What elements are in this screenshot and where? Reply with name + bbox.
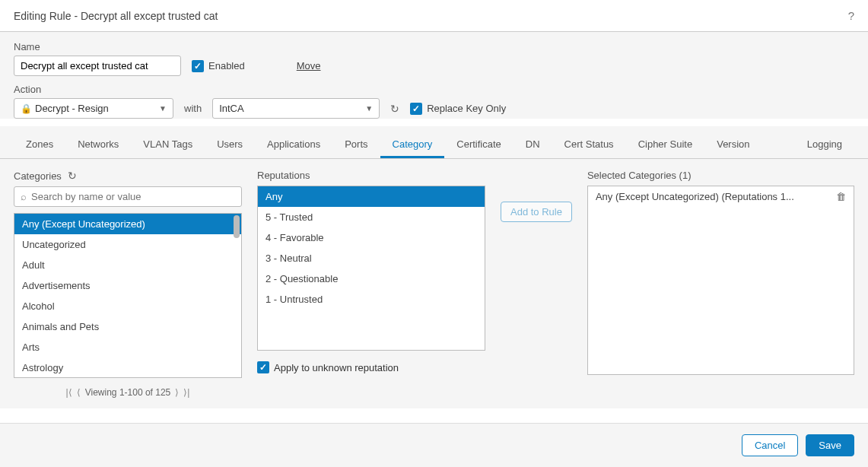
help-icon[interactable]: ?: [848, 9, 854, 22]
tab-ports[interactable]: Ports: [332, 132, 380, 158]
move-link[interactable]: Move: [297, 60, 321, 71]
selected-item[interactable]: Any (Except Uncategorized) (Reputations …: [588, 186, 854, 207]
reputations-listbox[interactable]: Any 5 - Trusted 4 - Favorable 3 - Neutra…: [257, 186, 485, 351]
action-select[interactable]: 🔒Decrypt - Resign ▼: [14, 98, 173, 119]
selected-listbox: Any (Except Uncategorized) (Reputations …: [587, 186, 854, 375]
enabled-checkbox-wrap[interactable]: Enabled: [192, 60, 245, 72]
enabled-checkbox[interactable]: [192, 60, 204, 72]
add-column: Add to Rule: [501, 170, 572, 398]
main-panel: Categories ↻ ⌕ Any (Except Uncategorized…: [0, 159, 868, 408]
selected-item-label: Any (Except Uncategorized) (Reputations …: [596, 191, 794, 202]
name-input[interactable]: [14, 56, 181, 76]
search-icon: ⌕: [21, 191, 27, 202]
list-item[interactable]: Arts: [14, 337, 241, 357]
modal-header: Editing Rule - Decrypt all except truste…: [0, 0, 868, 32]
ca-select[interactable]: IntCA ▼: [212, 98, 380, 119]
cancel-button[interactable]: Cancel: [742, 434, 798, 456]
tab-dn[interactable]: DN: [513, 132, 552, 158]
apply-unknown-wrap[interactable]: Apply to unknown reputation: [257, 361, 485, 373]
form-section: Name Enabled Move Action 🔒Decrypt - Resi…: [0, 32, 868, 119]
page-prev-icon[interactable]: ⟨: [77, 387, 81, 398]
categories-refresh-icon[interactable]: ↻: [68, 170, 77, 182]
tab-certificate[interactable]: Certificate: [444, 132, 513, 158]
page-next-icon[interactable]: ⟩: [175, 387, 179, 398]
with-label: with: [184, 103, 202, 114]
modal-title: Editing Rule - Decrypt all except truste…: [14, 10, 218, 22]
list-item[interactable]: Astrology: [14, 357, 241, 378]
save-button[interactable]: Save: [806, 434, 854, 456]
page-first-icon[interactable]: |⟨: [66, 387, 72, 398]
apply-unknown-label: Apply to unknown reputation: [274, 362, 399, 373]
list-item[interactable]: 4 - Favorable: [258, 227, 485, 248]
scrollbar[interactable]: [234, 215, 240, 238]
tab-vlan-tags[interactable]: VLAN Tags: [131, 132, 205, 158]
selected-header: Selected Categories (1): [587, 170, 854, 181]
selected-column: Selected Categories (1) Any (Except Unca…: [587, 170, 854, 398]
enabled-label: Enabled: [208, 60, 245, 71]
ca-value: IntCA: [219, 103, 244, 114]
replace-key-checkbox[interactable]: [410, 103, 422, 115]
replace-key-checkbox-wrap[interactable]: Replace Key Only: [410, 103, 506, 115]
list-item[interactable]: Adult: [14, 255, 241, 275]
reputations-column: Reputations Any 5 - Trusted 4 - Favorabl…: [257, 170, 485, 398]
page-last-icon[interactable]: ⟩|: [183, 387, 189, 398]
categories-column: Categories ↻ ⌕ Any (Except Uncategorized…: [14, 170, 242, 398]
tabs: Zones Networks VLAN Tags Users Applicati…: [0, 126, 868, 159]
list-item[interactable]: Uncategorized: [14, 234, 241, 255]
trash-icon[interactable]: 🗑: [836, 191, 846, 202]
list-item[interactable]: Animals and Pets: [14, 316, 241, 337]
tab-version[interactable]: Version: [704, 132, 761, 158]
action-label: Action: [14, 84, 854, 95]
list-item[interactable]: Any: [258, 186, 485, 207]
list-item[interactable]: Advertisements: [14, 275, 241, 296]
tab-applications[interactable]: Applications: [255, 132, 332, 158]
action-value: Decrypt - Resign: [35, 103, 109, 114]
search-input[interactable]: [31, 191, 235, 202]
categories-listbox[interactable]: Any (Except Uncategorized) Uncategorized…: [14, 213, 242, 378]
chevron-down-icon: ▼: [159, 104, 167, 113]
categories-header: Categories ↻: [14, 170, 242, 182]
chevron-down-icon: ▼: [365, 104, 373, 113]
add-to-rule-button[interactable]: Add to Rule: [501, 202, 572, 222]
list-item[interactable]: 5 - Trusted: [258, 207, 485, 227]
replace-key-label: Replace Key Only: [427, 103, 506, 114]
tab-logging[interactable]: Logging: [795, 132, 854, 158]
pagination: |⟨ ⟨ Viewing 1-100 of 125 ⟩ ⟩|: [14, 387, 242, 398]
tab-networks[interactable]: Networks: [65, 132, 131, 158]
reputations-header: Reputations: [257, 170, 485, 181]
footer: Cancel Save: [0, 423, 868, 467]
tab-cert-status[interactable]: Cert Status: [552, 132, 626, 158]
list-item[interactable]: 2 - Questionable: [258, 268, 485, 289]
tab-zones[interactable]: Zones: [14, 132, 65, 158]
tab-category[interactable]: Category: [380, 132, 445, 158]
pagination-text: Viewing 1-100 of 125: [85, 387, 171, 398]
list-item[interactable]: 1 - Untrusted: [258, 289, 485, 310]
tab-users[interactable]: Users: [205, 132, 255, 158]
name-label: Name: [14, 41, 854, 52]
list-item[interactable]: Alcohol: [14, 296, 241, 316]
apply-unknown-checkbox[interactable]: [257, 361, 269, 373]
tab-cipher-suite[interactable]: Cipher Suite: [626, 132, 705, 158]
search-box[interactable]: ⌕: [14, 186, 242, 207]
lock-icon: 🔒: [21, 103, 32, 114]
list-item[interactable]: 3 - Neutral: [258, 248, 485, 268]
refresh-icon[interactable]: ↻: [390, 103, 399, 115]
list-item[interactable]: Any (Except Uncategorized): [14, 214, 241, 234]
